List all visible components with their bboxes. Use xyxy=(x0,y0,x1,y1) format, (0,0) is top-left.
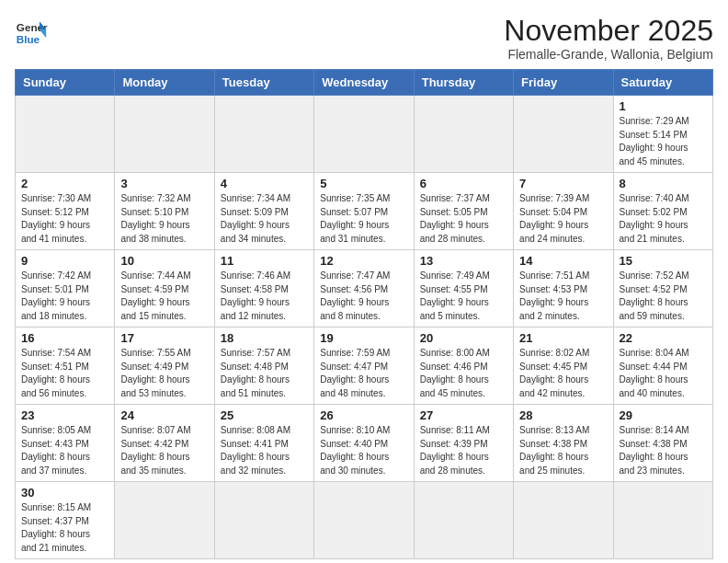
day-number: 3 xyxy=(120,177,208,190)
calendar-cell-w5-d4: 26Sunrise: 8:10 AM Sunset: 4:40 PM Dayli… xyxy=(314,405,414,482)
header-saturday: Saturday xyxy=(613,70,712,96)
calendar-cell-w6-d1: 30Sunrise: 8:15 AM Sunset: 4:37 PM Dayli… xyxy=(16,482,115,559)
day-number: 20 xyxy=(420,331,507,345)
day-info: Sunrise: 7:42 AM Sunset: 5:01 PM Dayligh… xyxy=(21,270,108,323)
day-info: Sunrise: 7:40 AM Sunset: 5:02 PM Dayligh… xyxy=(620,192,707,246)
calendar-cell-w1-d7: 1Sunrise: 7:29 AM Sunset: 5:14 PM Daylig… xyxy=(613,96,712,173)
svg-marker-3 xyxy=(40,29,46,38)
calendar-cell-w1-d5 xyxy=(414,96,513,173)
calendar-header-row: Sunday Monday Tuesday Wednesday Thursday… xyxy=(16,70,713,96)
day-info: Sunrise: 8:02 AM Sunset: 4:45 PM Dayligh… xyxy=(519,347,607,400)
day-info: Sunrise: 8:11 AM Sunset: 4:39 PM Dayligh… xyxy=(420,424,507,477)
day-number: 25 xyxy=(221,408,308,422)
day-info: Sunrise: 7:57 AM Sunset: 4:48 PM Dayligh… xyxy=(221,347,308,400)
day-info: Sunrise: 8:13 AM Sunset: 4:38 PM Dayligh… xyxy=(519,424,607,477)
calendar-cell-w2-d5: 6Sunrise: 7:37 AM Sunset: 5:05 PM Daylig… xyxy=(414,173,513,250)
week-row-1: 1Sunrise: 7:29 AM Sunset: 5:14 PM Daylig… xyxy=(16,96,713,173)
day-number: 7 xyxy=(519,177,607,190)
header-wednesday: Wednesday xyxy=(314,70,414,96)
day-number: 6 xyxy=(420,177,507,190)
day-number: 22 xyxy=(620,331,707,345)
day-info: Sunrise: 8:10 AM Sunset: 4:40 PM Dayligh… xyxy=(320,424,407,477)
calendar-cell-w2-d4: 5Sunrise: 7:35 AM Sunset: 5:07 PM Daylig… xyxy=(314,173,414,250)
header-tuesday: Tuesday xyxy=(214,70,313,96)
day-number: 13 xyxy=(420,254,507,268)
week-row-2: 2Sunrise: 7:30 AM Sunset: 5:12 PM Daylig… xyxy=(16,173,713,250)
day-number: 21 xyxy=(519,331,607,345)
day-number: 2 xyxy=(21,177,108,190)
day-info: Sunrise: 7:35 AM Sunset: 5:07 PM Dayligh… xyxy=(320,192,407,246)
day-number: 27 xyxy=(420,408,507,422)
header-sunday: Sunday xyxy=(16,70,115,96)
day-info: Sunrise: 7:51 AM Sunset: 4:53 PM Dayligh… xyxy=(519,270,607,323)
calendar-cell-w2-d7: 8Sunrise: 7:40 AM Sunset: 5:02 PM Daylig… xyxy=(613,173,712,250)
calendar-cell-w3-d6: 14Sunrise: 7:51 AM Sunset: 4:53 PM Dayli… xyxy=(514,250,613,327)
day-info: Sunrise: 8:05 AM Sunset: 4:43 PM Dayligh… xyxy=(21,424,108,477)
calendar-cell-w1-d4 xyxy=(314,96,414,173)
calendar-cell-w2-d3: 4Sunrise: 7:34 AM Sunset: 5:09 PM Daylig… xyxy=(214,173,313,250)
day-number: 26 xyxy=(320,408,407,422)
day-info: Sunrise: 8:07 AM Sunset: 4:42 PM Dayligh… xyxy=(120,424,208,477)
week-row-4: 16Sunrise: 7:54 AM Sunset: 4:51 PM Dayli… xyxy=(16,327,713,405)
day-info: Sunrise: 7:46 AM Sunset: 4:58 PM Dayligh… xyxy=(221,270,308,323)
calendar-cell-w6-d3 xyxy=(214,482,313,559)
week-row-5: 23Sunrise: 8:05 AM Sunset: 4:43 PM Dayli… xyxy=(16,405,713,482)
day-number: 5 xyxy=(320,177,407,190)
calendar-cell-w4-d2: 17Sunrise: 7:55 AM Sunset: 4:49 PM Dayli… xyxy=(115,327,214,405)
header-thursday: Thursday xyxy=(414,70,513,96)
day-number: 29 xyxy=(620,408,707,422)
calendar-cell-w6-d2 xyxy=(115,482,214,559)
day-info: Sunrise: 8:00 AM Sunset: 4:46 PM Dayligh… xyxy=(420,347,507,400)
day-number: 24 xyxy=(120,408,208,422)
logo: General Blue xyxy=(15,15,48,48)
day-info: Sunrise: 7:49 AM Sunset: 4:55 PM Dayligh… xyxy=(420,270,507,323)
calendar-cell-w2-d6: 7Sunrise: 7:39 AM Sunset: 5:04 PM Daylig… xyxy=(514,173,613,250)
calendar-cell-w1-d1 xyxy=(16,96,115,173)
calendar-cell-w2-d1: 2Sunrise: 7:30 AM Sunset: 5:12 PM Daylig… xyxy=(16,173,115,250)
calendar-cell-w6-d7 xyxy=(613,482,712,559)
calendar-cell-w3-d2: 10Sunrise: 7:44 AM Sunset: 4:59 PM Dayli… xyxy=(115,250,214,327)
week-row-3: 9Sunrise: 7:42 AM Sunset: 5:01 PM Daylig… xyxy=(16,250,713,327)
calendar-cell-w5-d6: 28Sunrise: 8:13 AM Sunset: 4:38 PM Dayli… xyxy=(514,405,613,482)
calendar-cell-w4-d7: 22Sunrise: 8:04 AM Sunset: 4:44 PM Dayli… xyxy=(613,327,712,405)
day-number: 18 xyxy=(221,331,308,345)
header-friday: Friday xyxy=(514,70,613,96)
calendar-cell-w5-d5: 27Sunrise: 8:11 AM Sunset: 4:39 PM Dayli… xyxy=(414,405,513,482)
calendar-cell-w4-d5: 20Sunrise: 8:00 AM Sunset: 4:46 PM Dayli… xyxy=(414,327,513,405)
day-info: Sunrise: 7:29 AM Sunset: 5:14 PM Dayligh… xyxy=(620,115,707,168)
day-number: 17 xyxy=(120,331,208,345)
day-info: Sunrise: 7:54 AM Sunset: 4:51 PM Dayligh… xyxy=(21,347,108,400)
calendar-cell-w2-d2: 3Sunrise: 7:32 AM Sunset: 5:10 PM Daylig… xyxy=(115,173,214,250)
calendar-cell-w3-d3: 11Sunrise: 7:46 AM Sunset: 4:58 PM Dayli… xyxy=(214,250,313,327)
week-row-6: 30Sunrise: 8:15 AM Sunset: 4:37 PM Dayli… xyxy=(16,482,713,559)
calendar-cell-w4-d6: 21Sunrise: 8:02 AM Sunset: 4:45 PM Dayli… xyxy=(514,327,613,405)
calendar-table: Sunday Monday Tuesday Wednesday Thursday… xyxy=(15,69,713,559)
day-info: Sunrise: 8:15 AM Sunset: 4:37 PM Dayligh… xyxy=(21,501,108,555)
day-info: Sunrise: 7:44 AM Sunset: 4:59 PM Dayligh… xyxy=(120,270,208,323)
day-info: Sunrise: 8:04 AM Sunset: 4:44 PM Dayligh… xyxy=(620,347,707,400)
calendar-cell-w5-d3: 25Sunrise: 8:08 AM Sunset: 4:41 PM Dayli… xyxy=(214,405,313,482)
calendar-cell-w4-d4: 19Sunrise: 7:59 AM Sunset: 4:47 PM Dayli… xyxy=(314,327,414,405)
title-block: November 2025 Flemalle-Grande, Wallonia,… xyxy=(504,15,713,62)
calendar-cell-w6-d6 xyxy=(514,482,613,559)
day-info: Sunrise: 7:37 AM Sunset: 5:05 PM Dayligh… xyxy=(420,192,507,246)
day-number: 10 xyxy=(120,254,208,268)
calendar-cell-w3-d4: 12Sunrise: 7:47 AM Sunset: 4:56 PM Dayli… xyxy=(314,250,414,327)
logo-icon: General Blue xyxy=(15,15,48,48)
day-number: 4 xyxy=(221,177,308,190)
page-header: General Blue November 2025 Flemalle-Gran… xyxy=(15,15,713,62)
day-info: Sunrise: 7:34 AM Sunset: 5:09 PM Dayligh… xyxy=(221,192,308,246)
day-number: 16 xyxy=(21,331,108,345)
calendar-cell-w3-d1: 9Sunrise: 7:42 AM Sunset: 5:01 PM Daylig… xyxy=(16,250,115,327)
day-info: Sunrise: 8:08 AM Sunset: 4:41 PM Dayligh… xyxy=(221,424,308,477)
calendar-cell-w3-d5: 13Sunrise: 7:49 AM Sunset: 4:55 PM Dayli… xyxy=(414,250,513,327)
day-info: Sunrise: 8:14 AM Sunset: 4:38 PM Dayligh… xyxy=(620,424,707,477)
day-number: 12 xyxy=(320,254,407,268)
calendar-cell-w1-d3 xyxy=(214,96,313,173)
header-monday: Monday xyxy=(115,70,214,96)
calendar-cell-w3-d7: 15Sunrise: 7:52 AM Sunset: 4:52 PM Dayli… xyxy=(613,250,712,327)
calendar-cell-w5-d7: 29Sunrise: 8:14 AM Sunset: 4:38 PM Dayli… xyxy=(613,405,712,482)
day-number: 19 xyxy=(320,331,407,345)
day-info: Sunrise: 7:59 AM Sunset: 4:47 PM Dayligh… xyxy=(320,347,407,400)
day-number: 9 xyxy=(21,254,108,268)
